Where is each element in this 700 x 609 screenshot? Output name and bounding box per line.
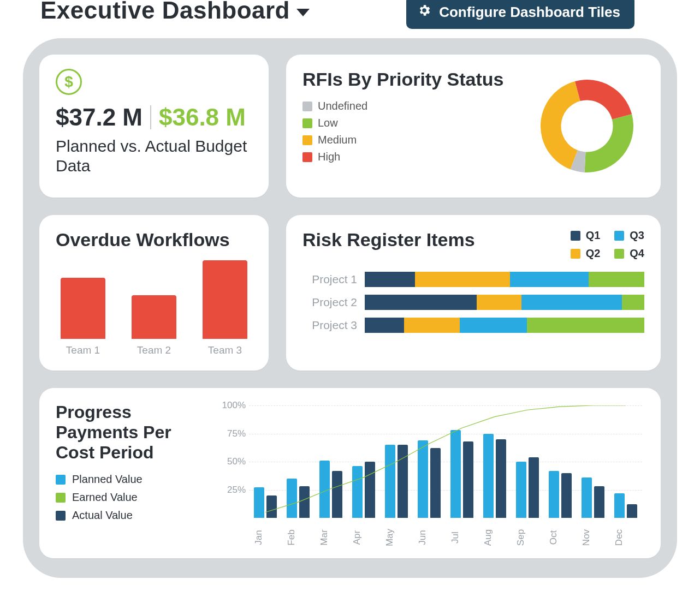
- page-title-text: Executive Dashboard: [40, 0, 290, 24]
- configure-tiles-button[interactable]: Configure Dashboard Tiles: [406, 0, 634, 29]
- chevron-down-icon: [296, 9, 310, 16]
- overdue-bar-label: Team 2: [137, 344, 171, 356]
- budget-figures: $37.2 M $36.8 M: [56, 104, 252, 131]
- progress-title: Progress Payments Per Cost Period: [56, 402, 203, 462]
- tile-progress-payments[interactable]: Progress Payments Per Cost Period Planne…: [39, 388, 661, 558]
- swatch-q3: [614, 231, 624, 241]
- tile-rfi[interactable]: RFIs By Priority Status Undefined Low Me…: [286, 55, 661, 198]
- divider: [150, 105, 151, 129]
- rfi-donut-chart: [530, 69, 644, 183]
- risk-stacked-chart: Project 1Project 2Project 3: [302, 272, 644, 333]
- swatch-undefined: [302, 101, 312, 111]
- overdue-bar-label: Team 3: [208, 344, 242, 356]
- overdue-title: Overdue Workflows: [56, 229, 252, 250]
- risk-stacked-bar: [365, 272, 644, 287]
- overdue-bar-label: Team 1: [66, 344, 100, 356]
- tile-budget[interactable]: $ $37.2 M $36.8 M Planned vs. Actual Bud…: [39, 55, 269, 198]
- configure-tiles-label: Configure Dashboard Tiles: [439, 4, 620, 21]
- risk-stacked-bar: [365, 295, 644, 310]
- progress-legend: Planned Value Earned Value Actual Value: [56, 473, 203, 522]
- swatch-planned-value: [56, 475, 66, 485]
- tile-overdue-workflows[interactable]: Overdue Workflows Team 1Team 2Team 3: [39, 215, 269, 371]
- overdue-bar: [203, 260, 247, 339]
- rfi-legend: Undefined Low Medium High: [302, 100, 519, 163]
- progress-combo-chart: 100%75%50%25% JanFebMarAprMayJunJulAugSe…: [218, 402, 644, 544]
- budget-planned: $37.2 M: [56, 104, 143, 131]
- budget-actual: $36.8 M: [159, 104, 246, 131]
- rfi-title: RFIs By Priority Status: [302, 69, 519, 90]
- swatch-actual-value: [56, 511, 66, 521]
- overdue-bar-chart: Team 1Team 2Team 3: [56, 258, 252, 356]
- tile-risk-register[interactable]: Risk Register Items Q1 Q3 Q2 Q4 Project …: [286, 215, 661, 371]
- overdue-bar: [61, 278, 105, 339]
- risk-stacked-bar: [365, 318, 644, 333]
- risk-legend: Q1 Q3 Q2 Q4: [571, 229, 644, 260]
- risk-row-label: Project 1: [302, 273, 357, 286]
- overdue-bar: [132, 295, 176, 339]
- dollar-icon: $: [56, 69, 82, 95]
- risk-title: Risk Register Items: [302, 229, 571, 250]
- budget-subtitle: Planned vs. Actual Budget Data: [56, 136, 252, 176]
- swatch-q2: [571, 249, 580, 259]
- swatch-low: [302, 118, 312, 128]
- risk-row-label: Project 3: [302, 319, 357, 332]
- gear-icon: [417, 3, 431, 21]
- swatch-medium: [302, 135, 312, 145]
- risk-row-label: Project 2: [302, 296, 357, 309]
- page-title[interactable]: Executive Dashboard: [40, 0, 310, 24]
- swatch-high: [302, 152, 312, 162]
- swatch-earned-value: [56, 493, 66, 503]
- swatch-q4: [614, 249, 624, 259]
- swatch-q1: [571, 231, 580, 241]
